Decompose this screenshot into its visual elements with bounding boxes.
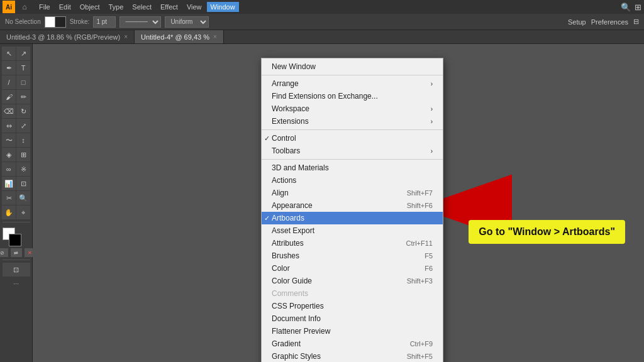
menu-item-control[interactable]: ✓ Control (262, 132, 443, 145)
stroke-value-input[interactable] (93, 16, 116, 28)
freegradient-tool-button[interactable]: ◈ (2, 148, 16, 162)
tab-untitled4[interactable]: Untitled-4* @ 69,43 % × (135, 30, 224, 43)
menu-item-align[interactable]: Align Shift+F7 (262, 187, 443, 199)
menu-type[interactable]: Type (105, 2, 128, 12)
tab-untitled4-label: Untitled-4* @ 69,43 % (141, 33, 209, 41)
menu-item-css-properties[interactable]: CSS Properties (262, 300, 443, 312)
menu-window[interactable]: Window (207, 2, 239, 12)
pen-tool-button[interactable]: ✒ (2, 61, 16, 75)
menu-item-new-window[interactable]: New Window (262, 60, 443, 73)
column-graph-tool-button[interactable]: 📊 (2, 177, 16, 190)
transform-select[interactable]: Uniform (165, 16, 209, 28)
artboard-tool-button[interactable]: ⊡ (16, 177, 30, 190)
menu-item-appearance[interactable]: Appearance Shift+F6 (262, 199, 443, 212)
menu-item-extensions[interactable]: Extensions › (262, 115, 443, 128)
menu-item-brushes[interactable]: Brushes F5 (262, 250, 443, 262)
blend-tool-button[interactable]: ∞ (2, 162, 16, 176)
home-icon[interactable]: ⌂ (19, 1, 30, 13)
app-logo: Ai (3, 1, 15, 13)
tab-bar: Untitled-3 @ 18.86 % (RGB/Preview) × Unt… (0, 30, 644, 44)
appearance-shortcut: Shift+F6 (407, 202, 433, 209)
menu-item-attributes[interactable]: Attributes Ctrl+F11 (262, 237, 443, 250)
type-tool-button[interactable]: T (16, 61, 30, 75)
menu-item-color[interactable]: Color F6 (262, 262, 443, 275)
menu-effect[interactable]: Effect (157, 2, 182, 12)
menu-item-workspace[interactable]: Workspace › (262, 102, 443, 115)
slice-tool-button[interactable]: ✂ (2, 191, 16, 205)
direct-select-tool-button[interactable]: ↗ (16, 47, 30, 60)
toolbar-separator-2 (3, 260, 30, 260)
stroke-type-select[interactable]: ───── (119, 16, 161, 28)
stroke-color-box[interactable] (55, 16, 66, 28)
zoom-tool-button[interactable]: 🔍 (16, 191, 30, 205)
graphic-styles-label: Graphic Styles (272, 352, 321, 361)
menu-item-graphic-styles[interactable]: Graphic Styles Shift+F5 (262, 350, 443, 362)
menu-section-2: Arrange › Find Extensions on Exchange...… (262, 75, 443, 130)
tab-untitled3[interactable]: Untitled-3 @ 18.86 % (RGB/Preview) × (0, 30, 135, 43)
artboards-panel-icon[interactable]: ⊡ (3, 263, 30, 277)
hand-tool-button[interactable]: ✋ (2, 206, 16, 219)
menu-section-3: ✓ Control Toolbars › (262, 130, 443, 160)
tab-untitled4-close[interactable]: × (213, 33, 217, 40)
none-color-icon[interactable]: ⊘ (0, 248, 8, 257)
symbol-tool-button[interactable]: ※ (16, 162, 30, 176)
rect-tool-button[interactable]: □ (16, 75, 30, 89)
menu-item-toolbars[interactable]: Toolbars › (262, 145, 443, 157)
control-checkmark-icon: ✓ (264, 134, 270, 143)
eyedropper-tool-button[interactable]: ⌖ (16, 206, 30, 219)
control-label: Control (272, 134, 296, 143)
mesh-tool-button[interactable]: ⊞ (16, 148, 30, 162)
selection-tool-button[interactable]: ↖ (2, 47, 16, 60)
setup-label[interactable]: Setup (568, 18, 586, 26)
menu-view[interactable]: View (183, 2, 206, 12)
warp-tool-button[interactable]: 〜 (2, 133, 16, 147)
width-tool-button[interactable]: ↕ (16, 133, 30, 147)
actions-label: Actions (272, 176, 296, 185)
workspace-arrow-icon: › (431, 106, 433, 112)
extensions-label: Extensions (272, 117, 309, 126)
menu-section-4: 3D and Materials Actions Align Shift+F7 … (262, 160, 443, 362)
mirror-tool-button[interactable]: ⇔ (2, 119, 16, 133)
menu-item-artboards[interactable]: ✓ Artboards (262, 212, 443, 224)
tool-row-select: ↖ ↗ (2, 47, 30, 60)
menu-item-color-guide[interactable]: Color Guide Shift+F3 (262, 275, 443, 287)
menu-item-asset-export[interactable]: Asset Export (262, 224, 443, 237)
menu-item-document-info[interactable]: Document Info (262, 312, 443, 325)
arrange-label: Arrange (272, 79, 299, 88)
arrange-arrow-icon: › (431, 80, 433, 87)
color-boxes (3, 228, 30, 246)
line-tool-button[interactable]: / (2, 75, 16, 89)
menu-item-flattener-preview[interactable]: Flattener Preview (262, 325, 443, 337)
menu-item-find-extensions[interactable]: Find Extensions on Exchange... (262, 90, 443, 102)
arrange-icon[interactable]: ⊟ (633, 18, 639, 26)
tab-untitled3-close[interactable]: × (124, 33, 128, 40)
menu-edit[interactable]: Edit (55, 2, 75, 12)
pencil-tool-button[interactable]: ✏ (16, 90, 30, 104)
3d-materials-label: 3D and Materials (272, 163, 329, 172)
search-icon[interactable]: 🔍 (621, 3, 631, 12)
align-shortcut: Shift+F7 (407, 189, 433, 197)
more-tools-indicator[interactable]: ··· (13, 280, 19, 287)
scale-tool-button[interactable]: ⤢ (16, 119, 30, 133)
menu-item-comments: Comments (262, 287, 443, 300)
preferences-label[interactable]: Preferences (591, 18, 628, 26)
toolbars-arrow-icon: › (431, 148, 433, 155)
background-color-box[interactable] (9, 234, 21, 246)
rotate-tool-button[interactable]: ↻ (16, 104, 30, 118)
eraser-tool-button[interactable]: ⌫ (2, 104, 16, 118)
swap-colors-icon[interactable]: ⇄ (11, 248, 22, 257)
workspace-icon[interactable]: ⊞ (635, 3, 641, 12)
new-window-label: New Window (272, 62, 316, 71)
menu-item-3d-materials[interactable]: 3D and Materials (262, 162, 443, 174)
menu-item-actions[interactable]: Actions (262, 174, 443, 187)
menu-file[interactable]: File (35, 2, 54, 12)
color-label: Color (272, 264, 290, 273)
menu-object[interactable]: Object (76, 2, 104, 12)
menu-select[interactable]: Select (128, 2, 155, 12)
toolbar: ↖ ↗ ✒ T / □ 🖌 ✏ ⌫ ↻ ⇔ ⤢ 〜 ↕ ◈ ⊞ (0, 44, 33, 362)
menu-item-gradient[interactable]: Gradient Ctrl+F9 (262, 337, 443, 350)
gradient-label: Gradient (272, 339, 301, 348)
menu-item-arrange[interactable]: Arrange › (262, 77, 443, 90)
paintbrush-tool-button[interactable]: 🖌 (2, 90, 16, 104)
document-info-label: Document Info (272, 314, 321, 323)
